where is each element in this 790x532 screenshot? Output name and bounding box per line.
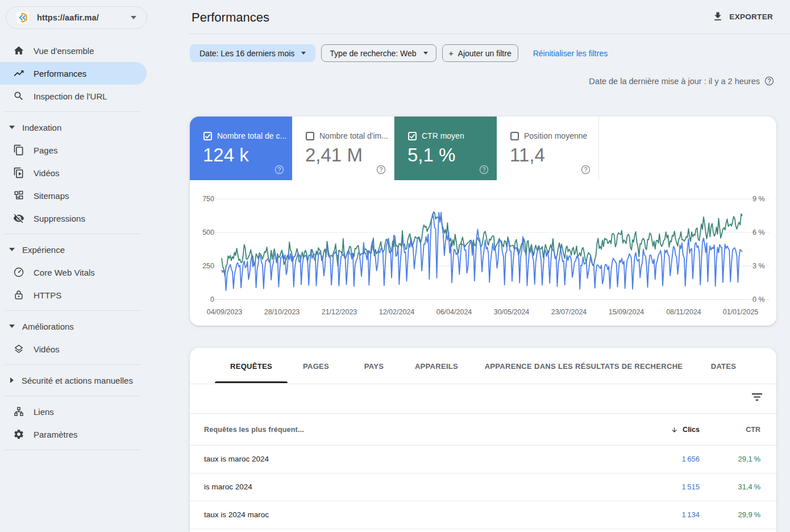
svg-text:06/04/2024: 06/04/2024 (436, 308, 472, 316)
svg-text:6 %: 6 % (752, 228, 765, 236)
svg-text:0 %: 0 % (752, 296, 765, 304)
svg-text:0: 0 (210, 296, 214, 304)
svg-text:01/01/2025: 01/01/2025 (723, 308, 759, 316)
svg-text:500: 500 (202, 228, 214, 236)
svg-text:04/09/2023: 04/09/2023 (207, 308, 243, 316)
svg-text:28/10/2023: 28/10/2023 (264, 308, 300, 316)
svg-text:9 %: 9 % (752, 195, 765, 203)
svg-text:30/05/2024: 30/05/2024 (494, 308, 530, 316)
svg-text:750: 750 (202, 195, 214, 203)
svg-text:21/12/2023: 21/12/2023 (322, 308, 357, 316)
svg-text:3 %: 3 % (752, 262, 765, 270)
svg-text:15/09/2024: 15/09/2024 (609, 308, 645, 316)
svg-text:08/11/2024: 08/11/2024 (666, 308, 701, 316)
svg-text:250: 250 (202, 262, 214, 270)
svg-text:23/07/2024: 23/07/2024 (551, 308, 587, 316)
svg-text:12/02/2024: 12/02/2024 (379, 308, 415, 316)
